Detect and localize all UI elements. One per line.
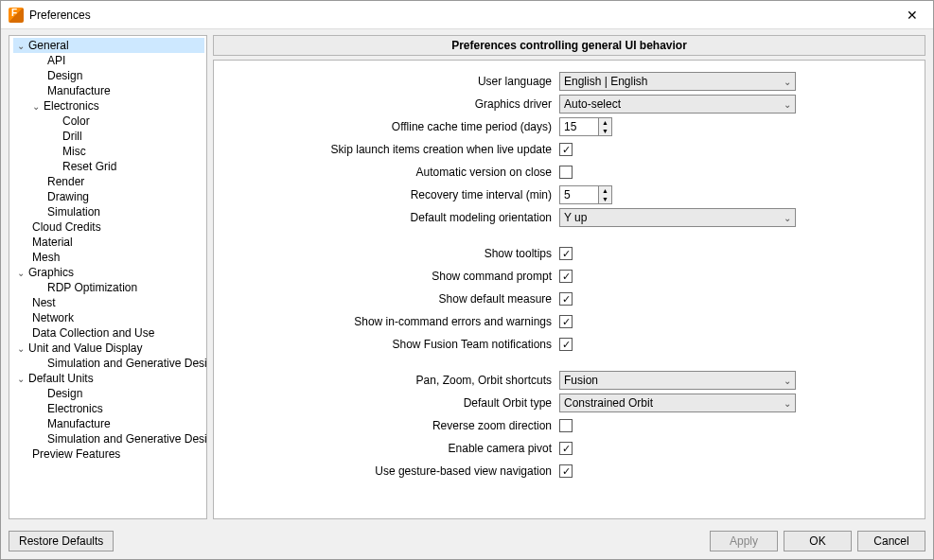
tree-preview-features[interactable]: Preview Features bbox=[28, 446, 204, 462]
expand-icon[interactable]: ⌄ bbox=[15, 343, 26, 354]
row-auto-version: Automatic version on close bbox=[223, 161, 906, 184]
chevron-down-icon: ⌄ bbox=[784, 99, 791, 110]
show-tooltips-checkbox[interactable] bbox=[559, 247, 573, 260]
tree-data-collection[interactable]: Data Collection and Use bbox=[28, 325, 204, 341]
tree-nest[interactable]: Nest bbox=[28, 295, 204, 310]
tree-material[interactable]: Material bbox=[28, 235, 204, 250]
show-prompt-checkbox[interactable] bbox=[559, 270, 573, 283]
spin-down-icon[interactable]: ▼ bbox=[599, 127, 611, 135]
row-reverse-zoom: Reverse zoom direction bbox=[223, 414, 906, 437]
recovery-interval-input[interactable] bbox=[560, 188, 598, 201]
chevron-down-icon: ⌄ bbox=[784, 213, 791, 223]
expand-icon[interactable]: ⌄ bbox=[30, 101, 42, 112]
show-measure-checkbox[interactable] bbox=[559, 292, 573, 306]
app-icon bbox=[9, 8, 24, 23]
nav-tree[interactable]: ⌄General API Design Manufacture ⌄Electro… bbox=[9, 35, 207, 519]
preferences-window: Preferences ✕ ⌄General API Design Manufa… bbox=[0, 0, 934, 560]
tree-du-electronics[interactable]: Electronics bbox=[44, 401, 204, 416]
row-orbit-type: Default Orbit type Constrained Orbit⌄ bbox=[223, 392, 906, 414]
tree-rdp[interactable]: RDP Optimization bbox=[44, 280, 204, 295]
default-modeling-combo[interactable]: Y up⌄ bbox=[559, 208, 796, 227]
chevron-down-icon: ⌄ bbox=[784, 77, 791, 87]
form-panel: User language English | English⌄ Graphic… bbox=[213, 60, 925, 519]
window-title: Preferences bbox=[29, 9, 891, 22]
tree-color[interactable]: Color bbox=[59, 114, 204, 129]
tree-graphics[interactable]: ⌄Graphics bbox=[13, 265, 204, 280]
pan-zoom-combo[interactable]: Fusion⌄ bbox=[559, 371, 796, 390]
tree-du-simgen[interactable]: Simulation and Generative Design bbox=[44, 431, 204, 446]
label-show-measure: Show default measure bbox=[223, 292, 559, 306]
expand-icon[interactable]: ⌄ bbox=[15, 268, 26, 278]
titlebar: Preferences ✕ bbox=[1, 1, 933, 29]
label-user-language: User language bbox=[223, 75, 559, 88]
gesture-nav-checkbox[interactable] bbox=[559, 464, 573, 478]
tree-misc[interactable]: Misc bbox=[59, 144, 204, 159]
tree-network[interactable]: Network bbox=[28, 310, 204, 325]
camera-pivot-checkbox[interactable] bbox=[559, 442, 573, 455]
tree-manufacture[interactable]: Manufacture bbox=[44, 83, 204, 98]
spin-up-icon[interactable]: ▲ bbox=[599, 186, 611, 195]
orbit-type-combo[interactable]: Constrained Orbit⌄ bbox=[559, 394, 796, 412]
label-orbit-type: Default Orbit type bbox=[223, 396, 559, 410]
tree-design[interactable]: Design bbox=[44, 68, 204, 83]
row-skip-launch: Skip launch items creation when live upd… bbox=[223, 138, 906, 161]
tree-mesh[interactable]: Mesh bbox=[28, 250, 204, 265]
row-show-measure: Show default measure bbox=[223, 288, 906, 310]
restore-defaults-button[interactable]: Restore Defaults bbox=[9, 531, 114, 551]
user-language-combo[interactable]: English | English⌄ bbox=[559, 72, 796, 91]
tree-uvd-simgen[interactable]: Simulation and Generative Design bbox=[44, 356, 204, 371]
label-pan-zoom: Pan, Zoom, Orbit shortcuts bbox=[223, 374, 559, 387]
offline-cache-input[interactable] bbox=[560, 120, 598, 133]
tree-default-units[interactable]: ⌄Default Units bbox=[13, 371, 204, 386]
skip-launch-checkbox[interactable] bbox=[559, 143, 573, 156]
show-errors-checkbox[interactable] bbox=[559, 315, 573, 328]
label-reverse-zoom: Reverse zoom direction bbox=[223, 419, 559, 432]
expand-icon[interactable]: ⌄ bbox=[15, 374, 26, 384]
row-pan-zoom: Pan, Zoom, Orbit shortcuts Fusion⌄ bbox=[223, 369, 906, 392]
row-user-language: User language English | English⌄ bbox=[223, 70, 906, 93]
apply-button[interactable]: Apply bbox=[710, 531, 778, 551]
tree-du-manufacture[interactable]: Manufacture bbox=[44, 416, 204, 431]
tree-drawing[interactable]: Drawing bbox=[44, 189, 204, 204]
close-button[interactable]: ✕ bbox=[891, 1, 933, 29]
fusion-team-checkbox[interactable] bbox=[559, 338, 573, 351]
footer: Restore Defaults Apply OK Cancel bbox=[1, 525, 933, 559]
settings-panel: Preferences controlling general UI behav… bbox=[213, 35, 925, 519]
ok-button[interactable]: OK bbox=[784, 531, 852, 551]
tree-drill[interactable]: Drill bbox=[59, 129, 204, 144]
label-graphics-driver: Graphics driver bbox=[223, 97, 559, 111]
tree-simulation[interactable]: Simulation bbox=[44, 204, 204, 219]
reverse-zoom-checkbox[interactable] bbox=[559, 419, 573, 432]
spin-down-icon[interactable]: ▼ bbox=[599, 195, 611, 203]
graphics-driver-combo[interactable]: Auto-select⌄ bbox=[559, 95, 796, 114]
label-auto-version: Automatic version on close bbox=[223, 166, 559, 179]
row-show-tooltips: Show tooltips bbox=[223, 242, 906, 265]
row-show-prompt: Show command prompt bbox=[223, 265, 906, 288]
tree-du-design[interactable]: Design bbox=[44, 386, 204, 401]
auto-version-checkbox[interactable] bbox=[559, 166, 573, 179]
chevron-down-icon: ⌄ bbox=[784, 398, 791, 409]
expand-icon[interactable]: ⌄ bbox=[15, 41, 26, 51]
row-default-modeling: Default modeling orientation Y up⌄ bbox=[223, 206, 906, 229]
tree-unit-value[interactable]: ⌄Unit and Value Display bbox=[13, 341, 204, 356]
row-graphics-driver: Graphics driver Auto-select⌄ bbox=[223, 93, 906, 115]
label-default-modeling: Default modeling orientation bbox=[223, 211, 559, 224]
tree-api[interactable]: API bbox=[44, 53, 204, 68]
label-camera-pivot: Enable camera pivot bbox=[223, 442, 559, 455]
offline-cache-spinner[interactable]: ▲▼ bbox=[559, 117, 612, 136]
row-gesture-nav: Use gesture-based view navigation bbox=[223, 460, 906, 482]
tree-render[interactable]: Render bbox=[44, 174, 204, 189]
label-fusion-team: Show Fusion Team notifications bbox=[223, 338, 559, 351]
label-skip-launch: Skip launch items creation when live upd… bbox=[223, 143, 559, 156]
cancel-button[interactable]: Cancel bbox=[857, 531, 925, 551]
label-show-tooltips: Show tooltips bbox=[223, 247, 559, 260]
spin-up-icon[interactable]: ▲ bbox=[599, 118, 611, 127]
tree-general[interactable]: ⌄General bbox=[13, 38, 204, 53]
tree-reset-grid[interactable]: Reset Grid bbox=[59, 159, 204, 174]
tree-electronics[interactable]: ⌄Electronics bbox=[28, 98, 204, 114]
recovery-interval-spinner[interactable]: ▲▼ bbox=[559, 185, 612, 204]
tree-cloud-credits[interactable]: Cloud Credits bbox=[28, 219, 204, 235]
row-show-errors: Show in-command errors and warnings bbox=[223, 310, 906, 333]
row-offline-cache: Offline cache time period (days) ▲▼ bbox=[223, 115, 906, 138]
chevron-down-icon: ⌄ bbox=[784, 376, 791, 386]
